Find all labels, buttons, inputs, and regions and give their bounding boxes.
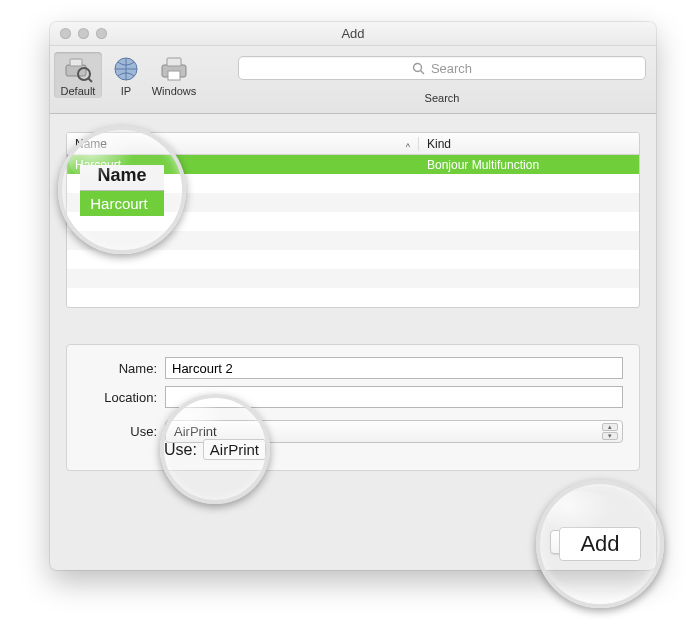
search-icon	[412, 62, 425, 75]
cell-name: Harcourt	[67, 158, 419, 172]
svg-rect-7	[168, 71, 180, 80]
tab-default[interactable]: Default	[54, 52, 102, 98]
search-input[interactable]: Search	[238, 56, 646, 80]
name-field[interactable]	[165, 357, 623, 379]
printer-list: Name ^ Kind Harcourt Bonjour Multifuncti…	[66, 132, 640, 308]
add-printer-window: Add Default	[50, 22, 656, 570]
tab-label: IP	[102, 85, 150, 97]
svg-rect-0	[66, 65, 86, 76]
list-body[interactable]: Harcourt Bonjour Multifunction	[67, 155, 639, 307]
location-field[interactable]	[165, 386, 623, 408]
label-location: Location:	[83, 390, 165, 405]
tab-windows[interactable]: Windows	[150, 52, 198, 98]
sort-caret-icon: ^	[406, 142, 410, 152]
label-use: Use:	[83, 424, 165, 439]
list-item	[67, 174, 639, 193]
svg-point-8	[413, 63, 421, 71]
svg-line-9	[420, 70, 424, 74]
column-header-name[interactable]: Name ^	[67, 137, 419, 151]
tab-label: Windows	[150, 85, 198, 97]
column-header-kind[interactable]: Kind	[419, 137, 639, 151]
svg-rect-1	[70, 59, 82, 66]
window-title: Add	[50, 26, 656, 41]
toolbar: Default IP	[50, 46, 656, 114]
tab-ip[interactable]: IP	[102, 52, 150, 98]
cell-kind: Bonjour Multifunction	[419, 158, 639, 172]
add-button[interactable]: Add	[550, 530, 636, 554]
list-item	[67, 231, 639, 250]
search-placeholder: Search	[431, 61, 472, 76]
use-select[interactable]: AirPrint ▴▾	[165, 420, 623, 443]
list-item[interactable]: Harcourt Bonjour Multifunction	[67, 155, 639, 174]
chevron-updown-icon: ▴▾	[602, 423, 618, 440]
list-item	[67, 212, 639, 231]
titlebar: Add	[50, 22, 656, 46]
list-item	[67, 269, 639, 288]
list-item	[67, 288, 639, 307]
globe-icon	[109, 54, 143, 84]
svg-rect-6	[167, 58, 181, 66]
tab-label: Default	[54, 85, 102, 97]
printer-icon	[157, 54, 191, 84]
list-item	[67, 193, 639, 212]
printer-magnifier-icon	[61, 54, 95, 84]
label-name: Name:	[83, 361, 165, 376]
use-value: AirPrint	[174, 424, 217, 439]
printer-form: Name: Location: Use: AirPrint ▴▾	[66, 344, 640, 471]
list-item	[67, 250, 639, 269]
svg-line-3	[88, 78, 92, 82]
search-section-label: Search	[425, 92, 460, 104]
